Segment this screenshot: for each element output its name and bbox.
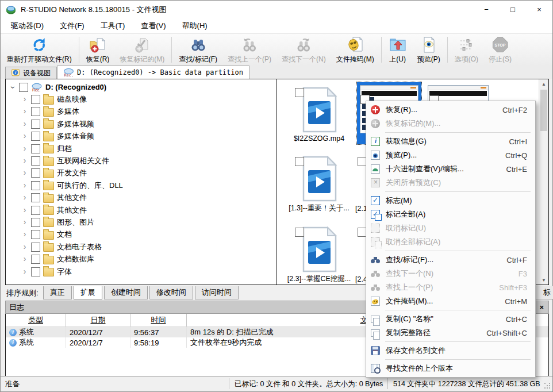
- vertical-scrollbar[interactable]: ▲ ▼: [539, 79, 548, 285]
- menu-item-copy-name[interactable]: 复制(C) "名称"Ctrl+C: [366, 312, 535, 326]
- tree-root-drive[interactable]: Rec. D: (Recognized0): [6, 81, 276, 93]
- checkbox[interactable]: [31, 107, 40, 116]
- tree-item[interactable]: 归档: [6, 143, 276, 155]
- checkbox[interactable]: [31, 193, 40, 202]
- tree-item[interactable]: 多媒体: [6, 106, 276, 118]
- tree-item[interactable]: 其他文件: [6, 204, 276, 216]
- menu-tools[interactable]: 工具(T): [93, 18, 133, 33]
- menu-view[interactable]: 查看(V): [133, 18, 174, 33]
- tree-item[interactable]: 可执行的、库、DLL: [6, 179, 276, 191]
- chevron-right-icon[interactable]: [21, 182, 28, 190]
- menu-item-unmark-all[interactable]: 取消全部标记(A): [366, 235, 535, 249]
- checkbox[interactable]: [31, 144, 40, 153]
- tree-item[interactable]: 图形、图片: [6, 216, 276, 228]
- menu-item-find-previous[interactable]: 查找上一个(P)Shift+F3: [366, 280, 535, 294]
- checkbox[interactable]: [31, 255, 40, 264]
- menu-item-close-previews[interactable]: 关闭所有预览(C): [366, 176, 535, 190]
- chevron-right-icon[interactable]: [21, 255, 28, 263]
- chevron-right-icon[interactable]: [21, 107, 28, 116]
- sort-tab-extension[interactable]: 扩展: [74, 286, 102, 299]
- menu-item-find-mark[interactable]: 查找/标记(F)...Ctrl+F: [366, 253, 535, 267]
- menu-file[interactable]: 文件(F): [52, 18, 93, 33]
- sort-tab-accessed[interactable]: 访问时间: [195, 286, 239, 299]
- menu-item-recover-marked[interactable]: 恢复标记的(M)...: [366, 117, 535, 130]
- checkbox[interactable]: [31, 218, 40, 227]
- menu-item-file-mask[interactable]: 文件掩码(M)...Ctrl+M: [366, 294, 535, 308]
- file-item[interactable]: $I2ZSZOG.mp4: [287, 87, 351, 143]
- file-item[interactable]: [1.3]--重要！关于...: [287, 156, 351, 213]
- chevron-right-icon[interactable]: [21, 268, 28, 276]
- checkbox[interactable]: [31, 120, 40, 129]
- tree-item[interactable]: 字体: [6, 266, 276, 278]
- tab-partition-view[interactable]: Rec. D: (Recognized0) -> Basic data part…: [57, 66, 249, 79]
- menu-drives[interactable]: 驱动器(D): [3, 18, 52, 33]
- menu-item-recover[interactable]: 恢复(R)...Ctrl+F2: [366, 103, 535, 117]
- log-close-icon[interactable]: ×: [539, 303, 544, 312]
- tree-item[interactable]: 开发文件: [6, 167, 276, 179]
- log-column-type[interactable]: 类型: [6, 314, 66, 326]
- chevron-right-icon[interactable]: [21, 230, 28, 239]
- chevron-right-icon[interactable]: [21, 218, 28, 226]
- chevron-right-icon[interactable]: [21, 120, 28, 128]
- resize-grip[interactable]: [544, 383, 551, 389]
- checkbox[interactable]: [31, 206, 40, 215]
- toolbar-find-mark-button[interactable]: 查找/标记(F): [174, 34, 222, 66]
- tree-item[interactable]: 多媒体视频: [6, 118, 276, 130]
- scroll-down-icon[interactable]: ▼: [539, 275, 548, 285]
- checkbox[interactable]: [31, 243, 40, 252]
- menu-item-hex-view[interactable]: 十六进制查看(V)/编辑...Ctrl+E: [366, 162, 535, 176]
- toolbar-find-previous-button[interactable]: 查找上一个(P): [222, 34, 276, 66]
- chevron-right-icon[interactable]: [21, 206, 28, 214]
- toolbar-find-next-button[interactable]: 查找下一个(N): [276, 34, 331, 66]
- log-column-time[interactable]: 时间: [130, 314, 187, 326]
- sort-tab-modified[interactable]: 修改时间: [149, 286, 193, 299]
- scrollbar-thumb[interactable]: [540, 90, 547, 131]
- close-button[interactable]: ×: [526, 1, 552, 18]
- file-item[interactable]: [2.3]--掌握CE挖掘...: [287, 226, 351, 284]
- tree-item[interactable]: 文档电子表格: [6, 241, 276, 253]
- chevron-down-icon[interactable]: [9, 84, 17, 91]
- menu-item-find-previous-versions[interactable]: 寻找文件的上个版本: [366, 362, 535, 375]
- chevron-right-icon[interactable]: [21, 194, 28, 202]
- menu-item-get-info[interactable]: 获取信息(G)Ctrl+I: [366, 134, 535, 148]
- tab-device-view[interactable]: i 设备视图: [5, 67, 57, 79]
- toolbar-preview-button[interactable]: 预览(P): [412, 34, 446, 66]
- menu-item-mark[interactable]: 标志(M): [366, 194, 535, 207]
- tree-item[interactable]: 其他文件: [6, 192, 276, 204]
- checkbox[interactable]: [31, 267, 40, 276]
- chevron-right-icon[interactable]: [21, 132, 28, 140]
- minimize-button[interactable]: −: [473, 1, 500, 18]
- chevron-right-icon[interactable]: [21, 145, 28, 153]
- checkbox[interactable]: [295, 88, 304, 97]
- sort-tab-created[interactable]: 创建时间: [104, 286, 148, 299]
- chevron-right-icon[interactable]: [21, 169, 28, 177]
- toolbar-stop-button[interactable]: STOP 停止(S): [483, 34, 517, 66]
- tree-item[interactable]: 多媒体音频: [6, 130, 276, 143]
- checkbox[interactable]: [31, 156, 40, 166]
- menu-item-unmark[interactable]: 取消标记(U): [366, 221, 535, 235]
- checkbox[interactable]: [19, 83, 28, 92]
- checkbox[interactable]: [31, 95, 40, 104]
- checkbox[interactable]: [295, 228, 304, 237]
- checkbox[interactable]: [295, 157, 304, 166]
- checkbox[interactable]: [31, 181, 40, 190]
- tree-item[interactable]: 文档: [6, 229, 276, 241]
- tree-item[interactable]: 磁盘映像: [6, 93, 276, 105]
- checkbox[interactable]: [31, 230, 40, 239]
- menu-item-preview[interactable]: 预览(P)...Ctrl+Q: [366, 148, 535, 162]
- tree-item[interactable]: 互联网相关文件: [6, 155, 276, 167]
- checkbox[interactable]: [31, 132, 40, 141]
- sort-tab-real[interactable]: 真正: [43, 286, 72, 299]
- toolbar-reopen-drive-button[interactable]: 重新打开驱动文件(R): [2, 34, 77, 66]
- checkbox[interactable]: [31, 168, 40, 178]
- menu-item-copy-full-path[interactable]: 复制完整路径Ctrl+Shift+C: [366, 326, 535, 340]
- menu-item-mark-all[interactable]: 标记全部(A): [366, 207, 535, 221]
- maximize-button[interactable]: □: [500, 1, 526, 18]
- toolbar-up-button[interactable]: 上(U): [383, 34, 412, 66]
- chevron-right-icon[interactable]: [21, 95, 28, 103]
- menu-help[interactable]: 帮助(H): [174, 18, 216, 33]
- log-column-date[interactable]: 日期: [66, 314, 130, 326]
- chevron-right-icon[interactable]: [21, 243, 28, 251]
- toolbar-recover-button[interactable]: 恢复(R): [81, 34, 115, 66]
- scroll-up-icon[interactable]: ▲: [539, 79, 548, 89]
